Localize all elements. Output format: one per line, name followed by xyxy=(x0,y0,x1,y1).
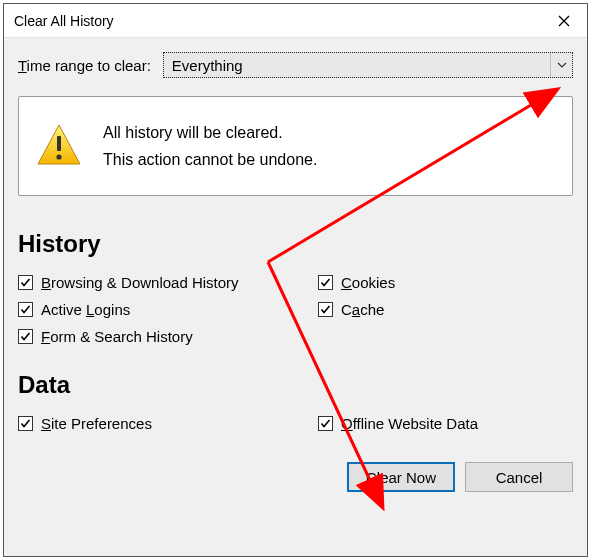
checkbox-label: Offline Website Data xyxy=(341,415,478,432)
svg-rect-0 xyxy=(57,136,61,151)
checkbox-box xyxy=(18,416,33,431)
section-history-heading: History xyxy=(18,230,573,258)
time-range-row: Time range to clear: Everything xyxy=(18,52,573,78)
check-icon xyxy=(20,304,31,315)
checkbox-cookies[interactable]: Cookies xyxy=(318,274,573,291)
checkbox-label: Site Preferences xyxy=(41,415,152,432)
warning-box: All history will be cleared. This action… xyxy=(18,96,573,196)
checkbox-cache[interactable]: Cache xyxy=(318,301,573,318)
checkbox-label: Browsing & Download History xyxy=(41,274,239,291)
checkbox-label: Cookies xyxy=(341,274,395,291)
check-icon xyxy=(320,304,331,315)
checkbox-box xyxy=(318,302,333,317)
time-range-select[interactable]: Everything xyxy=(163,52,573,78)
chevron-down-icon xyxy=(557,62,567,68)
checkbox-label: Cache xyxy=(341,301,384,318)
checkbox-box xyxy=(18,329,33,344)
checkbox-label: Form & Search History xyxy=(41,328,193,345)
data-check-grid: Site Preferences Offline Website Data xyxy=(18,415,573,432)
checkbox-box xyxy=(318,416,333,431)
time-range-label: Time range to clear: xyxy=(18,57,151,74)
check-icon xyxy=(20,418,31,429)
check-icon xyxy=(20,331,31,342)
warning-line1: All history will be cleared. xyxy=(103,119,317,146)
dialog-body: Time range to clear: Everything xyxy=(4,38,587,556)
window-title: Clear All History xyxy=(14,13,114,29)
dialog-window: Clear All History Time range to clear: E… xyxy=(3,3,588,557)
titlebar: Clear All History xyxy=(4,4,587,38)
checkbox-browsing-download-history[interactable]: Browsing & Download History xyxy=(18,274,318,291)
time-range-value: Everything xyxy=(172,57,243,74)
svg-point-1 xyxy=(56,155,61,160)
checkbox-label: Active Logins xyxy=(41,301,130,318)
clear-now-button[interactable]: Clear Now xyxy=(347,462,455,492)
history-check-grid: Browsing & Download History Cookies Acti… xyxy=(18,274,573,345)
dropdown-chevron xyxy=(550,53,572,77)
button-row: Clear Now Cancel xyxy=(18,462,573,492)
cancel-button[interactable]: Cancel xyxy=(465,462,573,492)
checkbox-box xyxy=(18,275,33,290)
checkbox-box xyxy=(318,275,333,290)
close-button[interactable] xyxy=(541,4,587,37)
check-icon xyxy=(20,277,31,288)
checkbox-box xyxy=(18,302,33,317)
checkbox-form-search-history[interactable]: Form & Search History xyxy=(18,328,318,345)
warning-icon xyxy=(35,122,83,170)
section-data-heading: Data xyxy=(18,371,573,399)
checkbox-active-logins[interactable]: Active Logins xyxy=(18,301,318,318)
close-icon xyxy=(558,15,570,27)
check-icon xyxy=(320,418,331,429)
checkbox-offline-website-data[interactable]: Offline Website Data xyxy=(318,415,573,432)
check-icon xyxy=(320,277,331,288)
warning-text: All history will be cleared. This action… xyxy=(103,119,317,173)
warning-line2: This action cannot be undone. xyxy=(103,146,317,173)
checkbox-site-preferences[interactable]: Site Preferences xyxy=(18,415,318,432)
